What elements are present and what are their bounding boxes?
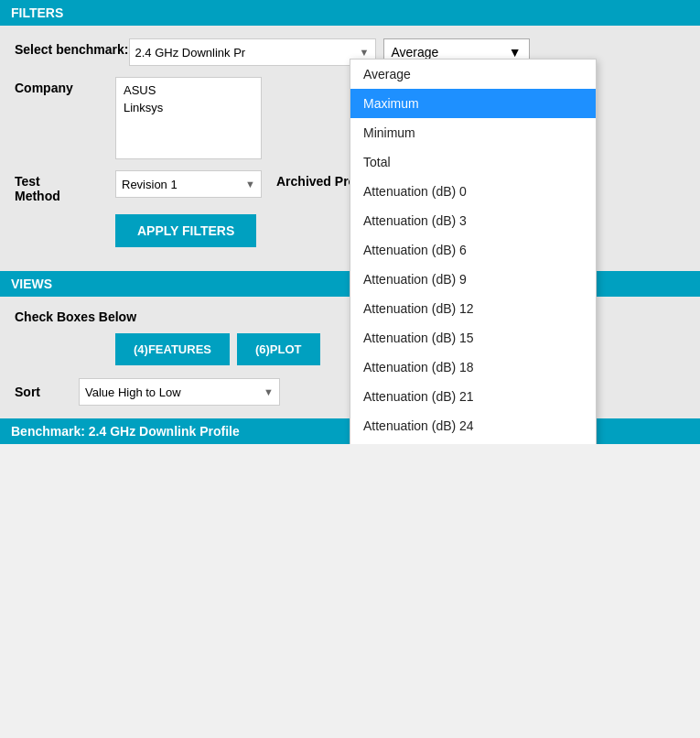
- dropdown-item-att6[interactable]: Attenuation (dB) 6: [350, 235, 596, 265]
- aggregate-chevron-icon: ▼: [509, 45, 522, 60]
- revision-select[interactable]: Revision 1 ▼: [115, 170, 262, 198]
- filters-header: FILTERS: [0, 0, 700, 26]
- dropdown-item-total[interactable]: Total: [350, 147, 596, 177]
- sort-chevron-icon: ▼: [264, 386, 274, 397]
- dropdown-item-att9[interactable]: Attenuation (dB) 9: [350, 265, 596, 294]
- features-button[interactable]: (4)FEATURES: [115, 333, 230, 365]
- test-method-label: TestMethod: [15, 170, 115, 203]
- plot-button[interactable]: (6)PLOT: [237, 333, 320, 365]
- dropdown-item-average[interactable]: Average: [350, 60, 596, 89]
- company-item-asus[interactable]: ASUS: [120, 81, 257, 99]
- dropdown-item-minimum[interactable]: Minimum: [350, 118, 596, 147]
- dropdown-item-att27[interactable]: Attenuation (dB) 27: [350, 440, 596, 444]
- filters-body: Select benchmark: 2.4 GHz Downlink Pr ▼ …: [0, 26, 700, 271]
- dropdown-item-maximum[interactable]: Maximum: [350, 89, 596, 118]
- dropdown-item-att24[interactable]: Attenuation (dB) 24: [350, 411, 596, 440]
- dropdown-item-att0[interactable]: Attenuation (dB) 0: [350, 177, 596, 206]
- company-item-linksys[interactable]: Linksys: [120, 99, 257, 116]
- dropdown-item-att18[interactable]: Attenuation (dB) 18: [350, 353, 596, 382]
- dropdown-list: Average Maximum Minimum Total Attenuatio…: [350, 60, 596, 444]
- dropdown-item-att15[interactable]: Attenuation (dB) 15: [350, 323, 596, 353]
- benchmark-label: Select benchmark:: [15, 38, 129, 57]
- benchmark-chevron-icon: ▼: [360, 47, 370, 58]
- benchmark-select[interactable]: 2.4 GHz Downlink Pr ▼: [129, 38, 376, 66]
- sort-select[interactable]: Value High to Low ▼: [79, 378, 280, 406]
- dropdown-item-att3[interactable]: Attenuation (dB) 3: [350, 206, 596, 235]
- aggregate-dropdown: Average Maximum Minimum Total Attenuatio…: [350, 59, 597, 444]
- company-listbox[interactable]: ASUS Linksys: [115, 77, 262, 159]
- sort-label: Sort: [15, 385, 70, 399]
- company-label: Company: [15, 77, 115, 95]
- panel: FILTERS Select benchmark: 2.4 GHz Downli…: [0, 0, 700, 444]
- apply-filters-button[interactable]: APPLY FILTERS: [115, 214, 256, 247]
- revision-chevron-icon: ▼: [245, 179, 255, 190]
- dropdown-item-att21[interactable]: Attenuation (dB) 21: [350, 382, 596, 411]
- dropdown-item-att12[interactable]: Attenuation (dB) 12: [350, 294, 596, 323]
